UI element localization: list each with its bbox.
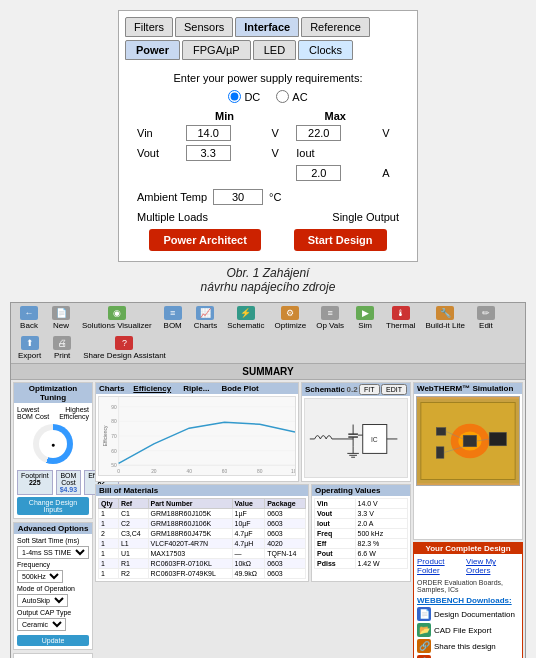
toolbar-btn-back[interactable]: ← Back: [15, 305, 43, 331]
design-action-docs[interactable]: 📄 Design Documentation: [417, 607, 519, 621]
print-label: Print: [54, 351, 70, 360]
frequency-row: Frequency: [17, 561, 89, 568]
ripple-tab[interactable]: Riple...: [180, 384, 212, 393]
frequency-select-row[interactable]: 500kHz: [17, 570, 89, 583]
table-row: 1R1RC0603FR-0710KL10kΩ0603: [99, 559, 306, 569]
toolbar-btn-print[interactable]: 🖨 Print: [48, 335, 76, 361]
thermal-label: Thermal: [386, 321, 415, 330]
toolbar: ← Back 📄 New ◉ Solutions Visualizer ≡ BO…: [11, 303, 525, 364]
design-action-share[interactable]: 🔗 Share this design: [417, 639, 519, 653]
sim-icon: ▶: [356, 306, 374, 320]
lowest-label: LowestBOM Cost: [17, 406, 49, 420]
dialog-box: Filters Sensors Interface Reference Powe…: [118, 10, 418, 262]
radio-dc-input[interactable]: [228, 90, 241, 103]
efficiency-tab[interactable]: Efficiency: [130, 384, 174, 393]
view-orders-link[interactable]: View My Orders: [466, 557, 519, 575]
design-action-cad[interactable]: 📂 CAD File Export: [417, 623, 519, 637]
footprint-value: 225: [21, 479, 49, 486]
table-row: Pdiss1.42 W: [315, 559, 408, 569]
right-panel: WebTHERM™ Simulation: [413, 382, 523, 658]
opvals-label: Op Vals: [316, 321, 344, 330]
toolbar-btn-sim[interactable]: ▶ Sim: [351, 305, 379, 331]
toolbar-btn-buildit[interactable]: 🔧 Build-it Lite: [422, 305, 468, 331]
toolbar-btn-share[interactable]: ? Share Design Assistant: [80, 335, 169, 361]
product-folder-link[interactable]: Product Folder: [417, 557, 466, 575]
toolbar-btn-charts[interactable]: 📈 Charts: [191, 305, 221, 331]
single-output-label: Single Output: [332, 211, 399, 223]
toolbar-btn-export[interactable]: ⬆ Export: [15, 335, 44, 361]
tab-interface[interactable]: Interface: [235, 17, 299, 37]
bom-col-part: Part Number: [148, 499, 232, 509]
app-window: ← Back 📄 New ◉ Solutions Visualizer ≡ BO…: [10, 302, 526, 658]
tab-clocks[interactable]: Clocks: [298, 40, 353, 60]
radio-ac-input[interactable]: [276, 90, 289, 103]
tab-filters[interactable]: Filters: [125, 17, 173, 37]
vin-min-input[interactable]: [186, 125, 231, 141]
schematic-label: Schematic: [227, 321, 264, 330]
toolbar-btn-edit[interactable]: ✏ Edit: [472, 305, 500, 331]
webtherm-image: [416, 396, 520, 486]
sim-label: Sim: [358, 321, 372, 330]
vout-min-input[interactable]: [186, 145, 231, 161]
print-icon: 🖨: [53, 336, 71, 350]
ambient-input[interactable]: [213, 189, 263, 205]
ambient-label: Ambient Temp: [137, 191, 207, 203]
start-design-button[interactable]: Start Design: [294, 229, 387, 251]
tab-sensors[interactable]: Sensors: [175, 17, 233, 37]
update-btn[interactable]: Update: [17, 635, 89, 646]
dialog-content: Enter your power supply requirements: DC…: [125, 68, 411, 255]
toolbar-btn-new[interactable]: 📄 New: [47, 305, 75, 331]
table-row: Vin14.0 V: [315, 499, 408, 509]
iout-max-input[interactable]: [296, 165, 341, 181]
toolbar-btn-thermal[interactable]: 🌡 Thermal: [383, 305, 418, 331]
toolbar-btn-optimize[interactable]: ⚙ Optimize: [272, 305, 310, 331]
cap-select[interactable]: Ceramic: [17, 618, 66, 631]
chart-area: 90 80 70 60 50 0 20 40 60 80: [98, 396, 296, 476]
toolbar-btn-bom[interactable]: ≡ BOM: [159, 305, 187, 331]
soft-start-select-row[interactable]: 1-4ms SS TIME: [17, 546, 89, 559]
toolbar-btn-opvals[interactable]: ≡ Op Vals: [313, 305, 347, 331]
footprint-label: Footprint: [21, 472, 49, 479]
toolbar-btn-schematic[interactable]: ⚡ Schematic: [224, 305, 267, 331]
frequency-select[interactable]: 500kHz: [17, 570, 63, 583]
radio-ac[interactable]: AC: [276, 90, 307, 103]
radio-dc[interactable]: DC: [228, 90, 260, 103]
fit-button[interactable]: FIT: [359, 384, 380, 395]
export-label: Export: [18, 351, 41, 360]
iout-max-unit: A: [378, 163, 403, 183]
ambient-row: Ambient Temp °C: [133, 189, 403, 205]
tab-power[interactable]: Power: [125, 40, 180, 60]
schematic-image: IC: [304, 398, 408, 478]
ambient-unit: °C: [269, 191, 281, 203]
share-design-label: Share this design: [434, 642, 496, 651]
center-area: Charts Efficiency Riple... Bode Plot: [95, 382, 411, 658]
edit-button[interactable]: EDIT: [381, 384, 407, 395]
soft-start-select[interactable]: 1-4ms SS TIME: [17, 546, 89, 559]
cap-select-row[interactable]: Ceramic: [17, 618, 89, 631]
buildit-label: Build-it Lite: [425, 321, 465, 330]
power-architect-button[interactable]: Power Architect: [149, 229, 260, 251]
change-design-btn[interactable]: Change Design Inputs: [17, 497, 89, 515]
tab-reference[interactable]: Reference: [301, 17, 370, 37]
mode-select-row[interactable]: AutoSkip: [17, 594, 89, 607]
table-row: Eff82.3 %: [315, 539, 408, 549]
advanced-title: Advanced Options: [14, 523, 92, 534]
iout-label: Iout: [292, 143, 378, 163]
your-design-panel: Your Complete Design Product Folder View…: [413, 542, 523, 658]
schematic-panel: Schematic 0.2 FIT EDIT: [301, 382, 411, 482]
tab-fpga[interactable]: FPGA/µP: [182, 40, 251, 60]
edit-icon: ✏: [477, 306, 495, 320]
svg-text:60: 60: [111, 449, 117, 454]
vout-label: Vout: [133, 143, 182, 163]
schematic-svg: IC: [305, 399, 407, 477]
vin-max-input[interactable]: [296, 125, 341, 141]
svg-text:90: 90: [111, 405, 117, 410]
bom-title: Bill of Materials: [96, 485, 308, 496]
header-min: Min: [182, 109, 268, 123]
tab-led[interactable]: LED: [253, 40, 296, 60]
order-text: ORDER Evaluation Boards, Samples, ICs: [417, 579, 519, 593]
toolbar-btn-solutions[interactable]: ◉ Solutions Visualizer: [79, 305, 155, 331]
mode-select[interactable]: AutoSkip: [17, 594, 68, 607]
bode-tab[interactable]: Bode Plot: [218, 384, 261, 393]
bom-cost-metric: BOM Cost $4.93: [56, 470, 82, 495]
